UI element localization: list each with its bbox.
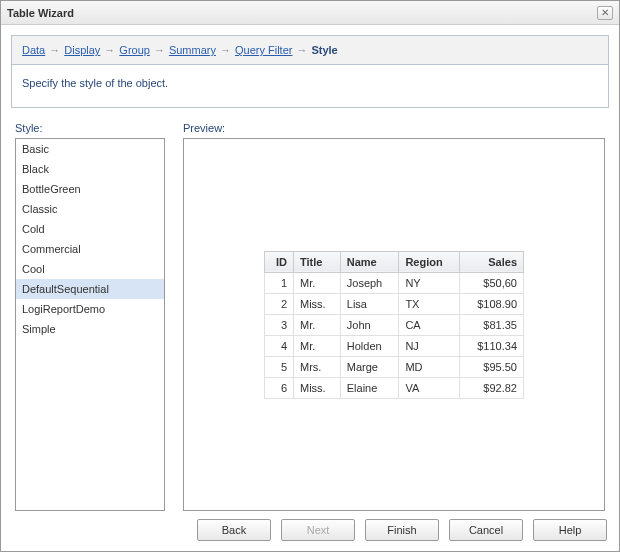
table-header: ID [265,251,294,272]
style-item[interactable]: Cold [16,219,164,239]
breadcrumb-link[interactable]: Summary [169,44,216,56]
table-cell: Miss. [294,377,341,398]
table-cell: Holden [340,335,399,356]
table-cell: 3 [265,314,294,335]
table-cell: Marge [340,356,399,377]
table-cell: $92.82 [460,377,524,398]
arrow-icon: → [220,44,231,56]
table-cell: $110.34 [460,335,524,356]
style-item[interactable]: Commercial [16,239,164,259]
table-cell: TX [399,293,460,314]
breadcrumb: Data→Display→Group→Summary→Query Filter→… [11,35,609,65]
style-label: Style: [15,122,165,134]
breadcrumb-current: Style [311,44,337,56]
style-item[interactable]: LogiReportDemo [16,299,164,319]
table-cell: $50,60 [460,272,524,293]
table-cell: 5 [265,356,294,377]
table-row: 3Mr.JohnCA$81.35 [265,314,524,335]
table-header: Sales [460,251,524,272]
table-cell: $95.50 [460,356,524,377]
table-cell: Joseph [340,272,399,293]
window-title: Table Wizard [7,7,597,19]
table-cell: 6 [265,377,294,398]
cancel-button[interactable]: Cancel [449,519,523,541]
preview-box: IDTitleNameRegionSales1Mr.JosephNY$50,60… [183,138,605,511]
table-cell: Mr. [294,272,341,293]
table-cell: Lisa [340,293,399,314]
table-cell: CA [399,314,460,335]
back-button[interactable]: Back [197,519,271,541]
preview-panel: Preview: IDTitleNameRegionSales1Mr.Josep… [183,122,605,511]
close-icon: ✕ [601,7,609,18]
style-list[interactable]: BasicBlackBottleGreenClassicColdCommerci… [15,138,165,511]
breadcrumb-link[interactable]: Query Filter [235,44,292,56]
help-button[interactable]: Help [533,519,607,541]
style-item[interactable]: Simple [16,319,164,339]
finish-button[interactable]: Finish [365,519,439,541]
table-row: 4Mr.HoldenNJ$110.34 [265,335,524,356]
table-cell: 2 [265,293,294,314]
wizard-window: Table Wizard ✕ Data→Display→Group→Summar… [0,0,620,552]
table-header: Region [399,251,460,272]
style-item[interactable]: BottleGreen [16,179,164,199]
preview-label: Preview: [183,122,605,134]
description: Specify the style of the object. [11,65,609,108]
table-cell: Mrs. [294,356,341,377]
table-header: Title [294,251,341,272]
style-panel: Style: BasicBlackBottleGreenClassicColdC… [15,122,165,511]
table-cell: Mr. [294,335,341,356]
close-button[interactable]: ✕ [597,6,613,20]
style-item[interactable]: Basic [16,139,164,159]
table-cell: MD [399,356,460,377]
table-row: 1Mr.JosephNY$50,60 [265,272,524,293]
table-cell: NY [399,272,460,293]
table-header: Name [340,251,399,272]
table-cell: $81.35 [460,314,524,335]
button-row: Back Next Finish Cancel Help [11,515,609,543]
table-cell: Mr. [294,314,341,335]
content-area: Style: BasicBlackBottleGreenClassicColdC… [11,108,609,515]
style-item[interactable]: DefaultSequential [16,279,164,299]
arrow-icon: → [104,44,115,56]
table-cell: 1 [265,272,294,293]
style-item[interactable]: Cool [16,259,164,279]
table-cell: NJ [399,335,460,356]
breadcrumb-link[interactable]: Group [119,44,150,56]
arrow-icon: → [49,44,60,56]
description-text: Specify the style of the object. [22,77,168,89]
table-row: 6Miss.ElaineVA$92.82 [265,377,524,398]
breadcrumb-link[interactable]: Data [22,44,45,56]
style-item[interactable]: Black [16,159,164,179]
titlebar: Table Wizard ✕ [1,1,619,25]
table-cell: 4 [265,335,294,356]
table-row: 5Mrs.MargeMD$95.50 [265,356,524,377]
arrow-icon: → [154,44,165,56]
table-cell: Elaine [340,377,399,398]
wizard-body: Data→Display→Group→Summary→Query Filter→… [1,25,619,551]
breadcrumb-link[interactable]: Display [64,44,100,56]
arrow-icon: → [296,44,307,56]
table-cell: VA [399,377,460,398]
next-button[interactable]: Next [281,519,355,541]
style-item[interactable]: Classic [16,199,164,219]
table-cell: John [340,314,399,335]
table-cell: Miss. [294,293,341,314]
preview-table: IDTitleNameRegionSales1Mr.JosephNY$50,60… [264,251,524,399]
table-row: 2Miss.LisaTX$108.90 [265,293,524,314]
table-cell: $108.90 [460,293,524,314]
